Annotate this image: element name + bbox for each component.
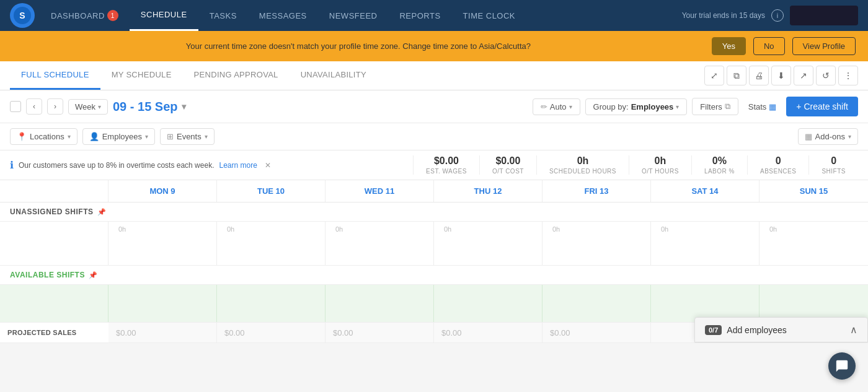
timezone-message: Your current time zone doesn't match you…: [12, 41, 704, 51]
auto-button[interactable]: ✏ Auto ▾: [533, 98, 580, 115]
available-mon[interactable]: [108, 285, 217, 322]
unassigned-mon[interactable]: 0h: [108, 222, 217, 265]
addons-caret: ▾: [848, 133, 851, 140]
filters-button[interactable]: Filters ⧉: [692, 98, 738, 115]
events-filter[interactable]: ⊞ Events ▾: [160, 128, 215, 145]
available-sat[interactable]: [651, 285, 760, 322]
scheduled-hours-stat: 0h SCHEDULED HOURS: [536, 155, 629, 175]
available-fri[interactable]: [542, 285, 651, 322]
nav-right: Your trial ends in 15 days i: [682, 6, 858, 25]
tabs-left: FULL SCHEDULE MY SCHEDULE PENDING APPROV…: [10, 61, 378, 90]
copy-icon[interactable]: ⧉: [727, 66, 746, 85]
print-icon[interactable]: 🖨: [749, 66, 769, 85]
unassigned-wed[interactable]: 0h: [326, 222, 434, 265]
projected-label: PROJECTED SALES: [0, 323, 108, 342]
timezone-yes-button[interactable]: Yes: [712, 37, 746, 55]
projected-wed-input[interactable]: [326, 323, 434, 342]
learn-more-link[interactable]: Learn more: [219, 161, 257, 170]
schedule-tabs: FULL SCHEDULE MY SCHEDULE PENDING APPROV…: [0, 61, 868, 90]
locations-filter[interactable]: 📍 Locations ▾: [10, 128, 78, 145]
user-avatar[interactable]: [790, 6, 858, 25]
add-employees-text[interactable]: Add employees: [727, 325, 845, 335]
nav-newsfeed[interactable]: NEWSFEED: [318, 0, 389, 31]
nav-messages[interactable]: MESSAGES: [248, 0, 318, 31]
projected-thu-input[interactable]: [434, 323, 542, 342]
date-range[interactable]: 09 - 15 Sep ▾: [113, 100, 186, 114]
projected-fri-input[interactable]: [542, 323, 651, 342]
est-wages-stat: $0.00 EST. WAGES: [413, 155, 479, 175]
nav-items: DASHBOARD 1 SCHEDULE TASKS MESSAGES NEWS…: [40, 0, 682, 31]
pencil-icon: ✏: [541, 102, 547, 111]
stats-values: $0.00 EST. WAGES $0.00 O/T COST 0h SCHED…: [413, 155, 858, 175]
tab-pending-approval[interactable]: PENDING APPROVAL: [183, 61, 290, 90]
timezone-banner: Your current time zone doesn't match you…: [0, 31, 868, 61]
share-icon[interactable]: ↗: [794, 66, 813, 85]
absences-stat: 0 ABSENCES: [747, 155, 808, 175]
nav-dashboard[interactable]: DASHBOARD 1: [40, 0, 130, 31]
addons-icon: ▦: [805, 132, 812, 141]
download-icon[interactable]: ⬇: [771, 66, 791, 85]
available-pin-icon[interactable]: 📌: [89, 271, 98, 279]
available-tue[interactable]: [217, 285, 326, 322]
select-all-checkbox[interactable]: [10, 101, 21, 112]
timezone-no-button[interactable]: No: [753, 37, 785, 55]
stats-button[interactable]: Stats ▦: [743, 99, 782, 115]
week-selector[interactable]: Week ▾: [68, 99, 108, 115]
nav-timeclock[interactable]: TIME CLOCK: [452, 0, 526, 31]
info-icon[interactable]: i: [771, 9, 784, 22]
toolbar-left: ‹ › Week ▾ 09 - 15 Sep ▾: [10, 98, 528, 115]
expand-icon[interactable]: ⤢: [704, 66, 724, 85]
available-thu[interactable]: [434, 285, 542, 322]
nav-tasks[interactable]: TASKS: [198, 0, 248, 31]
group-by-button[interactable]: Group by: Employees ▾: [585, 98, 688, 115]
available-sun[interactable]: [760, 285, 868, 322]
prev-week-button[interactable]: ‹: [26, 98, 42, 115]
history-icon[interactable]: ↺: [816, 66, 836, 85]
projected-mon-input[interactable]: [108, 323, 217, 342]
tab-my-schedule[interactable]: MY SCHEDULE: [100, 61, 183, 90]
svg-text:S: S: [19, 11, 25, 20]
app-logo: S: [10, 3, 35, 28]
close-banner-icon[interactable]: ✕: [265, 161, 271, 170]
employees-filter[interactable]: 👤 Employees ▾: [82, 128, 155, 145]
auto-caret: ▾: [569, 103, 572, 110]
dashboard-badge: 1: [107, 10, 118, 21]
unassigned-sat[interactable]: 0h: [651, 222, 760, 265]
header-wed: WED 11: [326, 180, 434, 202]
header-sat: SAT 14: [651, 180, 760, 202]
calendar-grid: MON 9 TUE 10 WED 11 THU 12 FRI 13 SAT 14…: [0, 180, 868, 343]
week-caret: ▾: [98, 103, 101, 110]
shifts-stat: 0 SHIFTS: [808, 155, 858, 175]
toolbar-right: ✏ Auto ▾ Group by: Employees ▾ Filters ⧉…: [533, 97, 858, 116]
header-thu: THU 12: [434, 180, 542, 202]
add-employees-chevron[interactable]: ∧: [850, 324, 857, 336]
unassigned-sun[interactable]: 0h: [760, 222, 868, 265]
savings-text: Our customers save up to 8% in overtime …: [19, 161, 214, 170]
more-icon[interactable]: ⋮: [838, 66, 858, 85]
next-week-button[interactable]: ›: [47, 98, 63, 115]
ot-cost-stat: $0.00 O/T COST: [479, 155, 536, 175]
events-icon: ⊞: [167, 132, 174, 141]
create-shift-button[interactable]: + Create shift: [786, 97, 858, 116]
filter-row: 📍 Locations ▾ 👤 Employees ▾ ⊞ Events ▾ ▦…: [0, 123, 868, 150]
addons-button[interactable]: ▦ Add-ons ▾: [798, 128, 858, 145]
tab-unavailability[interactable]: UNAVAILABILITY: [290, 61, 378, 90]
unassigned-shifts-row: 0h 0h 0h 0h 0h 0h 0h: [0, 222, 868, 266]
unassigned-thu[interactable]: 0h: [434, 222, 542, 265]
available-wed[interactable]: [326, 285, 434, 322]
unassigned-tue[interactable]: 0h: [217, 222, 326, 265]
person-icon: 👤: [89, 132, 99, 141]
date-caret: ▾: [182, 102, 186, 111]
tab-full-schedule[interactable]: FULL SCHEDULE: [10, 61, 100, 90]
nav-schedule[interactable]: SCHEDULE: [130, 0, 198, 31]
header-fri: FRI 13: [542, 180, 651, 202]
unassigned-fri[interactable]: 0h: [542, 222, 651, 265]
ot-hours-stat: 0h O/T HOURS: [629, 155, 691, 175]
pin-icon[interactable]: 📌: [97, 208, 107, 216]
calendar-header: MON 9 TUE 10 WED 11 THU 12 FRI 13 SAT 14…: [0, 180, 868, 203]
view-profile-button[interactable]: View Profile: [792, 37, 856, 55]
stats-info: ℹ Our customers save up to 8% in overtim…: [10, 159, 413, 171]
bar-chart-icon: ▦: [769, 102, 776, 111]
nav-reports[interactable]: REPORTS: [388, 0, 451, 31]
projected-tue-input[interactable]: [217, 323, 326, 342]
